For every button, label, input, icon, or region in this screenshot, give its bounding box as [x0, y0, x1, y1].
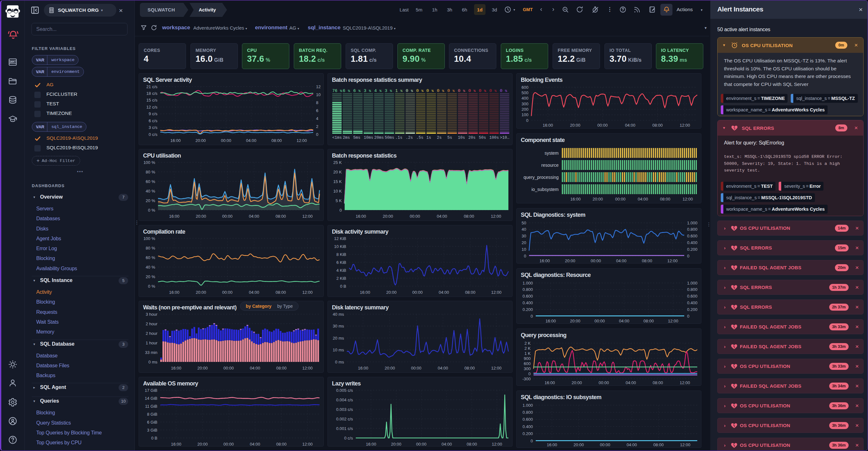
svg-text:16:00: 16:00 — [170, 138, 181, 143]
svg-text:16:00: 16:00 — [546, 318, 556, 323]
svg-text:0 ms: 0 ms — [335, 360, 344, 364]
svg-text:30: 30 — [522, 234, 526, 238]
svg-text:12:00: 12:00 — [302, 214, 313, 219]
svg-text:10: 10 — [522, 247, 526, 252]
svg-text:00:00: 00:00 — [223, 442, 234, 446]
svg-text:0 %: 0 % — [148, 208, 155, 213]
svg-text:16:00: 16:00 — [171, 366, 182, 370]
svg-text:100s: 100s — [489, 136, 499, 140]
svg-text:0.400: 0.400 — [687, 240, 698, 245]
svg-text:12:00: 12:00 — [302, 442, 313, 446]
svg-text:04:00: 04:00 — [246, 138, 256, 143]
svg-text:08:00: 08:00 — [653, 380, 663, 385]
svg-text:08:00: 08:00 — [653, 443, 664, 447]
svg-text:20 %: 20 % — [146, 274, 155, 279]
svg-text:3 %: 3 % — [364, 88, 371, 93]
svg-text:08:00: 08:00 — [467, 442, 477, 446]
svg-text:00:00: 00:00 — [223, 366, 234, 370]
svg-text:33 min: 33 min — [145, 350, 157, 355]
svg-text:.1s: .1s — [395, 136, 403, 140]
svg-text:12:00: 12:00 — [302, 366, 313, 370]
svg-text:6 %: 6 % — [353, 88, 361, 93]
svg-text:08:00: 08:00 — [276, 214, 286, 219]
svg-text:14 GiB: 14 GiB — [145, 396, 157, 401]
svg-text:15 K: 15 K — [333, 179, 342, 184]
svg-text:20:00: 20:00 — [574, 443, 584, 447]
svg-text:900: 900 — [524, 356, 531, 361]
svg-text:2 KiB: 2 KiB — [336, 276, 346, 281]
svg-text:1 %: 1 % — [395, 88, 403, 93]
svg-text:20s: 20s — [468, 136, 476, 140]
svg-text:10 K: 10 K — [333, 189, 342, 194]
svg-text:0: 0 — [531, 314, 533, 318]
svg-text:12:00: 12:00 — [680, 443, 690, 447]
svg-text:80 %: 80 % — [146, 170, 155, 174]
svg-text:17 GiB: 17 GiB — [145, 388, 157, 393]
svg-text:0 %: 0 % — [416, 88, 424, 93]
svg-text:20:00: 20:00 — [385, 366, 395, 370]
svg-text:00:00: 00:00 — [222, 290, 233, 295]
svg-text:30 ms: 30 ms — [333, 324, 344, 329]
svg-text:25 K: 25 K — [333, 161, 342, 165]
svg-text:12:00: 12:00 — [491, 214, 501, 219]
svg-text:2 hour: 2 hour — [146, 331, 158, 336]
svg-text:0.600: 0.600 — [687, 234, 698, 238]
svg-text:18 c/s: 18 c/s — [146, 91, 157, 96]
svg-text:0.400: 0.400 — [522, 301, 533, 305]
svg-text:0.800: 0.800 — [522, 410, 533, 415]
svg-text:08:00: 08:00 — [642, 258, 652, 263]
svg-text:04:00: 04:00 — [442, 442, 452, 446]
svg-text:0 %: 0 % — [458, 88, 465, 93]
svg-text:0 %: 0 % — [468, 88, 476, 93]
svg-text:10 KiB: 10 KiB — [334, 244, 346, 249]
svg-text:5ms: 5ms — [353, 136, 361, 140]
svg-text:io_subsystem: io_subsystem — [531, 187, 559, 192]
svg-text:20 %: 20 % — [146, 198, 155, 203]
svg-text:08:00: 08:00 — [276, 442, 287, 446]
svg-text:00:00: 00:00 — [597, 123, 608, 128]
svg-text:2 K: 2 K — [524, 346, 531, 351]
svg-text:.2s: .2s — [406, 136, 413, 140]
svg-text:0.600: 0.600 — [687, 294, 698, 299]
svg-text:6 GiB: 6 GiB — [147, 420, 157, 425]
svg-text:0 %: 0 % — [489, 88, 497, 93]
svg-text:20:00: 20:00 — [391, 442, 402, 446]
svg-text:1.000: 1.000 — [522, 281, 533, 285]
svg-text:0 %: 0 % — [479, 88, 486, 93]
svg-text:20:00: 20:00 — [196, 214, 206, 219]
svg-text:12:00: 12:00 — [668, 318, 679, 323]
svg-text:04:00: 04:00 — [625, 123, 636, 128]
svg-text:16:00: 16:00 — [366, 442, 376, 446]
svg-text:08:00: 08:00 — [272, 138, 282, 143]
svg-text:40 %: 40 % — [146, 189, 155, 194]
svg-text:04:00: 04:00 — [250, 366, 260, 370]
svg-text:12 c/s: 12 c/s — [146, 105, 157, 110]
svg-text:08:00: 08:00 — [276, 366, 287, 370]
svg-text:04:00: 04:00 — [626, 380, 636, 385]
svg-text:8: 8 — [316, 100, 318, 105]
svg-text:00:00: 00:00 — [221, 138, 231, 143]
svg-text:10 ms: 10 ms — [333, 347, 344, 353]
svg-text:04:00: 04:00 — [619, 318, 629, 323]
svg-text:04:00: 04:00 — [249, 290, 259, 295]
svg-text:0.200: 0.200 — [687, 307, 698, 312]
svg-text:600: 600 — [524, 361, 531, 366]
svg-text:00:00: 00:00 — [615, 197, 626, 201]
svg-text:0 c/s: 0 c/s — [344, 436, 353, 441]
svg-text:20:00: 20:00 — [593, 197, 603, 201]
svg-text:0.800: 0.800 — [522, 287, 533, 292]
svg-text:400: 400 — [521, 96, 528, 101]
svg-text:04:00: 04:00 — [250, 442, 260, 446]
svg-text:20:00: 20:00 — [572, 380, 582, 385]
svg-text:00:00: 00:00 — [591, 258, 601, 263]
svg-text:20:00: 20:00 — [386, 290, 397, 295]
svg-text:08:00: 08:00 — [652, 123, 663, 128]
svg-text:2: 2 — [316, 124, 318, 129]
svg-text:04:00: 04:00 — [437, 214, 447, 219]
svg-text:0 B: 0 B — [151, 436, 157, 441]
svg-text:12: 12 — [316, 85, 320, 89]
svg-text:12:00: 12:00 — [668, 258, 678, 263]
svg-text:4 KiB: 4 KiB — [336, 268, 346, 273]
svg-text:6 c/s: 6 c/s — [149, 118, 158, 123]
svg-text:0.004 c/s: 0.004 c/s — [336, 397, 353, 402]
